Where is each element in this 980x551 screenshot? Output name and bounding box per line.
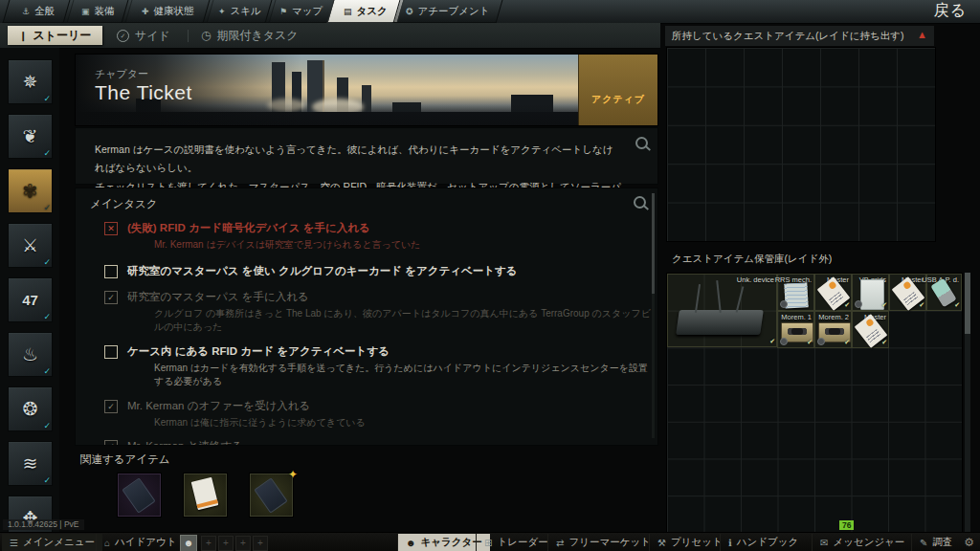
item-moreman-tape-1[interactable]: Morem. 1 ✔ — [777, 311, 814, 348]
tarkov-task-screen: ⚓全般 ▣装備 ✚健康状態 ✦スキル ⚑マップ ▤タスク ✪アチーブメント 戻る… — [0, 0, 980, 551]
checkbox-open[interactable] — [104, 345, 118, 359]
task-note: クルグロフ の事務所はきっと The Lab にあり、彼のアパートはタルコフの真… — [154, 307, 657, 334]
pencil-icon: ✎ — [920, 538, 927, 548]
tab-achievements[interactable]: ✪アチーブメント — [393, 0, 503, 23]
device-icon — [676, 310, 764, 335]
task-list: ✕ (失敗) RFID カード暗号化デバイス を手に入れる Mr. Kerman… — [104, 221, 657, 446]
chapter-banner-image: チャプター The Ticket — [76, 55, 578, 125]
tools-icon: ⚒ — [657, 538, 666, 548]
checkbox-open[interactable] — [104, 265, 118, 278]
chapter-description: Kerman はケースの説明書を使わないよう言ってきた。彼によれば、代わりにキー… — [75, 127, 658, 185]
item-moreman-tape-2[interactable]: Morem. 2 ✔ — [814, 311, 852, 348]
exchange-icon: ⇄ — [556, 538, 564, 548]
status-dot-icon — [817, 338, 825, 345]
found-check-icon: ✔ — [919, 301, 924, 309]
task-scrollbar[interactable] — [652, 193, 655, 438]
group-slot-add-button[interactable]: + — [235, 536, 251, 551]
bookmark-icon: ❙ — [19, 31, 27, 41]
sub-nav: ❙ ストーリー ✓ サイド ◷ 期限付きタスク — [0, 23, 660, 49]
flea-market-button[interactable]: ⇄ フリーマーケット — [547, 534, 658, 551]
avatar[interactable]: ☻ — [180, 535, 197, 551]
group-slot-add-button[interactable]: + — [218, 536, 234, 551]
compass-icon: ✵ — [23, 71, 38, 93]
keycard-icon — [122, 477, 155, 513]
main-task-panel: メインタスク ✕ (失敗) RFID カード暗号化デバイス を手に入れる Mr.… — [75, 187, 658, 446]
sidebar-chapter-5[interactable]: 47✓ — [8, 277, 53, 322]
top-nav: ⚓全般 ▣装備 ✚健康状態 ✦スキル ⚑マップ ▤タスク ✪アチーブメント 戻る — [0, 0, 980, 24]
trader-button[interactable]: ⊞ トレーダー — [476, 534, 556, 551]
sidebar-chapter-1[interactable]: ✵✓ — [8, 59, 53, 104]
bottom-bar: ☰ メインメニュー ⌂ ハイドアウト ☻ + + + + ☻ キャラクター ⊞ … — [0, 532, 980, 551]
task-row: 研究室のマスターパス を使い クルグロフのキーカード をアクティベートする — [104, 264, 657, 278]
carried-quest-items-grid[interactable] — [666, 47, 936, 242]
checkbox-done[interactable]: ✓ — [104, 440, 118, 446]
item-rrs-mechanism[interactable]: RRS mech. — [777, 274, 814, 311]
status-badge: アクティブ — [578, 55, 657, 125]
quest-storage-grid[interactable]: Unk. device ✔ RRS mech. Master ✔ VB grid… — [666, 273, 963, 534]
settings-gear-icon[interactable]: ⚙ — [964, 536, 974, 549]
globe-icon: ❂ — [23, 398, 38, 420]
magnifier-icon[interactable] — [634, 196, 646, 209]
tab-tasks[interactable]: ▤タスク — [327, 0, 405, 23]
tab-story[interactable]: ❙ ストーリー — [8, 26, 102, 45]
storage-scrollbar[interactable] — [965, 273, 970, 532]
related-item-document[interactable] — [183, 473, 228, 518]
check-icon: ✓ — [43, 475, 51, 485]
sidebar-chapter-7[interactable]: ❂✓ — [8, 386, 53, 431]
related-item-keycard-new[interactable]: ✦ — [249, 473, 294, 518]
survey-button[interactable]: ✎ 調査 — [911, 534, 960, 551]
item-master-3[interactable]: Master ✔ — [852, 311, 889, 348]
note-icon — [784, 282, 808, 308]
preset-button[interactable]: ⚒ プリセット — [649, 534, 730, 551]
check-icon: ✓ — [43, 148, 51, 158]
tab-health[interactable]: ✚健康状態 — [122, 0, 214, 23]
sidebar-chapter-8[interactable]: ≋✓ — [8, 441, 53, 486]
checkbox-done[interactable]: ✓ — [104, 291, 118, 304]
task-row: ✓ 研究室のマスターパス を手に入れる — [104, 290, 657, 304]
found-check-icon: ✔ — [844, 339, 850, 346]
item-master-1[interactable]: Master ✔ — [814, 274, 852, 311]
checkbox-failed[interactable]: ✕ — [104, 222, 118, 235]
sidebar-chapter-6[interactable]: ♨✓ — [8, 332, 53, 377]
tab-timed-tasks[interactable]: ◷ 期限付きタスク — [201, 27, 299, 44]
dove-icon: ✾ — [23, 180, 38, 202]
related-items: ✦ — [117, 473, 294, 518]
back-button[interactable]: 戻る — [934, 1, 967, 21]
axes-icon: ⚔ — [22, 234, 38, 256]
hideout-button[interactable]: ⌂ ハイドアウト — [96, 534, 185, 551]
sidebar-chapter-active[interactable]: ✾✓ — [8, 168, 53, 213]
found-check-icon: ✔ — [881, 339, 887, 346]
main-menu-button[interactable]: ☰ メインメニュー — [2, 534, 102, 551]
related-items-title: 関連するアイテム — [80, 452, 170, 467]
task-note: Mr. Kerman はデバイスは研究室で見つけられると言っていた — [154, 238, 657, 252]
status-dot-icon — [855, 300, 862, 308]
character-icon: ☻ — [406, 538, 416, 548]
flame-icon: ♨ — [22, 343, 38, 365]
chapter-banner: チャプター The Ticket アクティブ — [75, 54, 658, 126]
check-icon: ✓ — [43, 366, 51, 376]
envelope-icon: ✉ — [820, 538, 828, 548]
info-icon: ℹ — [728, 538, 732, 548]
item-unknown-device[interactable]: Unk. device ✔ — [667, 274, 777, 347]
checkbox-done[interactable]: ✓ — [104, 400, 118, 413]
check-icon: ✓ — [43, 94, 51, 103]
magnifier-icon[interactable] — [635, 137, 648, 149]
sidebar-chapter-4[interactable]: ⚔✓ — [8, 223, 53, 268]
handbook-button[interactable]: ℹ ハンドブック — [720, 534, 806, 551]
tab-side[interactable]: ✓ サイド — [117, 27, 170, 44]
quest-storage-header: クエストアイテム保管庫(レイド外) — [665, 249, 934, 269]
group-slot-add-button[interactable]: + — [253, 536, 268, 551]
item-vb-grids[interactable]: VB grids ✔ — [852, 274, 889, 311]
group-slot-add-button[interactable]: + — [201, 536, 216, 551]
sidebar-chapter-2[interactable]: ❦✓ — [8, 114, 53, 159]
messenger-button[interactable]: ✉ メッセンジャー — [812, 534, 912, 551]
clipboard-icon: ▤ — [344, 7, 352, 16]
vest-icon: ▣ — [81, 7, 90, 16]
map-pin-icon: ⚑ — [279, 7, 287, 16]
achievement-icon: ✪ — [406, 7, 413, 16]
related-item-keycard[interactable] — [117, 473, 162, 518]
item-usb-adapter[interactable]: USB A.P. d. ✔ — [926, 274, 962, 311]
found-check-icon: ✔ — [954, 301, 960, 309]
document-icon — [191, 477, 219, 510]
fleur-icon: ❦ — [23, 125, 38, 147]
